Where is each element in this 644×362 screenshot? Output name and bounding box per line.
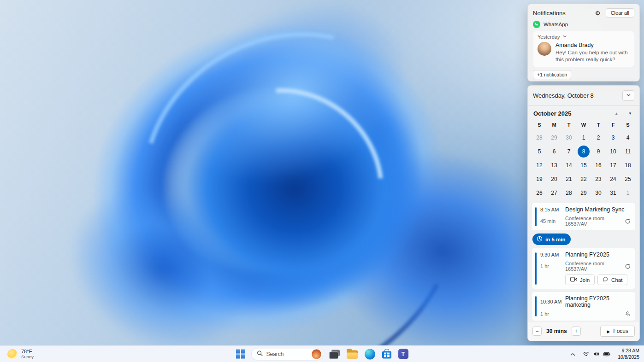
calendar-day[interactable]: 5: [532, 145, 547, 158]
event-location: Conference room 16537/AV: [565, 261, 622, 272]
notification-body: Amanda Brady Hey! Can you help me out wi…: [538, 42, 630, 63]
calendar-day[interactable]: 25: [620, 172, 635, 186]
calendar-day[interactable]: 1: [620, 186, 635, 200]
focus-button[interactable]: Focus: [600, 326, 635, 337]
start-button[interactable]: [235, 349, 246, 360]
calendar-day[interactable]: 7: [561, 145, 576, 158]
tray-chevron-button[interactable]: [568, 349, 577, 359]
battery-icon: [603, 350, 610, 358]
clock-date: 10/8/2025: [618, 354, 639, 361]
calendar-day[interactable]: 2: [591, 131, 606, 145]
time-until-event-badge[interactable]: in 5 min: [532, 234, 571, 245]
calendar-month-nav: ▲ ▼: [614, 111, 633, 117]
edge-button[interactable]: [364, 348, 376, 360]
whatsapp-icon: [533, 21, 540, 28]
calendar-day-header: M: [547, 119, 561, 131]
calendar-collapse-button[interactable]: [622, 90, 634, 101]
calendar-day[interactable]: 15: [576, 158, 591, 172]
increase-duration-button[interactable]: [572, 327, 581, 336]
weather-widget[interactable]: 78°F Sunny: [4, 346, 37, 362]
more-notifications-button[interactable]: +1 notification: [533, 70, 571, 79]
decrease-duration-button[interactable]: [532, 327, 542, 336]
calendar-day[interactable]: 28: [561, 186, 576, 200]
calendar-day[interactable]: 29: [576, 186, 591, 200]
notification-group-header[interactable]: WhatsApp: [533, 21, 634, 28]
weather-condition: Sunny: [21, 354, 34, 359]
muted-bell-icon: [625, 311, 631, 317]
notification-settings-button[interactable]: ⚙: [593, 8, 603, 18]
calendar-day[interactable]: 22: [576, 172, 591, 186]
notification-time-section-row[interactable]: Yesterday: [538, 34, 630, 40]
clear-all-button[interactable]: Clear all: [606, 8, 634, 18]
notification-time-section: Yesterday: [538, 34, 560, 40]
calendar-next-month-button[interactable]: ▼: [627, 111, 633, 117]
calendar-day[interactable]: 29: [547, 131, 561, 145]
calendar-day-header: F: [606, 119, 620, 131]
badge-label: in 5 min: [545, 237, 565, 242]
notification-texts: Amanda Brady Hey! Can you help me out wi…: [555, 42, 630, 63]
notifications-header: Notifications ⚙ Clear all: [533, 8, 634, 18]
calendar-day[interactable]: 10: [606, 145, 620, 158]
calendar-prev-month-button[interactable]: ▲: [614, 111, 619, 117]
wifi-icon: [583, 350, 590, 358]
chat-button[interactable]: Chat: [597, 274, 627, 285]
calendar-day[interactable]: 6: [547, 145, 561, 158]
teams-button[interactable]: [397, 348, 409, 360]
calendar-month-row: October 2025 ▲ ▼: [528, 106, 639, 118]
calendar-day[interactable]: 8: [576, 145, 591, 158]
search-highlight-image[interactable]: [312, 349, 321, 359]
calendar-day[interactable]: 24: [606, 172, 620, 186]
search-box[interactable]: Search: [251, 348, 323, 360]
file-explorer-button[interactable]: [346, 349, 359, 360]
weather-sun-icon: [7, 349, 18, 359]
event-duration: 1 hr: [540, 311, 564, 317]
event-card[interactable]: 9:30 AMPlanning FY20251 hrConference roo…: [532, 248, 636, 289]
calendar-date-header: Wednesday, October 8: [533, 92, 594, 99]
system-tray[interactable]: [580, 348, 613, 361]
taskbar-clock[interactable]: 9:28 AM 10/8/2025: [618, 348, 641, 360]
calendar-day[interactable]: 28: [532, 131, 547, 145]
calendar-day[interactable]: 30: [591, 186, 606, 200]
notification-card[interactable]: Yesterday Amanda Brady Hey! Can you help…: [533, 31, 634, 67]
calendar-day[interactable]: 31: [606, 186, 620, 200]
calendar-day[interactable]: 13: [547, 158, 561, 172]
calendar-day[interactable]: 17: [606, 158, 620, 172]
calendar-date-header-row: Wednesday, October 8: [528, 86, 639, 106]
event-time: 8:15 AM: [540, 207, 564, 212]
notification-sender: Amanda Brady: [555, 42, 630, 48]
calendar-day[interactable]: 27: [547, 186, 561, 200]
calendar-day[interactable]: 26: [532, 186, 547, 200]
file-explorer-icon: [347, 350, 358, 359]
event-title: Planning FY2025: [565, 251, 631, 258]
store-icon: [382, 351, 391, 359]
calendar-day[interactable]: 11: [620, 145, 635, 158]
join-button[interactable]: Join: [565, 274, 595, 285]
calendar-day[interactable]: 1: [576, 131, 591, 145]
calendar-day[interactable]: 20: [547, 172, 561, 186]
calendar-day[interactable]: 3: [606, 131, 620, 145]
task-view-button[interactable]: [328, 349, 341, 359]
avatar: [538, 42, 551, 56]
calendar-day[interactable]: 23: [591, 172, 606, 186]
event-time: 10:30 AM: [540, 299, 564, 304]
calendar-day[interactable]: 18: [620, 158, 635, 172]
calendar-day[interactable]: 30: [561, 131, 576, 145]
search-label: Search: [266, 351, 284, 357]
calendar-day-header: W: [576, 119, 591, 131]
calendar-day[interactable]: 9: [591, 145, 606, 158]
calendar-day[interactable]: 12: [532, 158, 547, 172]
chat-icon: [603, 276, 609, 283]
calendar-grid: SMTWTFS282930123456789101112131415161718…: [528, 118, 639, 202]
store-button[interactable]: [381, 349, 392, 360]
calendar-day[interactable]: 16: [591, 158, 606, 172]
calendar-day[interactable]: 21: [561, 172, 576, 186]
calendar-day[interactable]: 19: [532, 172, 547, 186]
event-card[interactable]: 10:30 AMPlanning FY2025 marketing1 hr: [532, 292, 636, 321]
event-duration: 1 hr: [540, 263, 564, 269]
event-card[interactable]: 8:15 AMDesign Marketing Sync45 minConfer…: [532, 203, 636, 231]
calendar-day[interactable]: 14: [561, 158, 576, 172]
chevron-up-icon: [570, 350, 575, 357]
calendar-day[interactable]: 4: [620, 131, 635, 145]
notifications-header-actions: ⚙ Clear all: [593, 8, 634, 18]
search-icon: [257, 350, 263, 358]
